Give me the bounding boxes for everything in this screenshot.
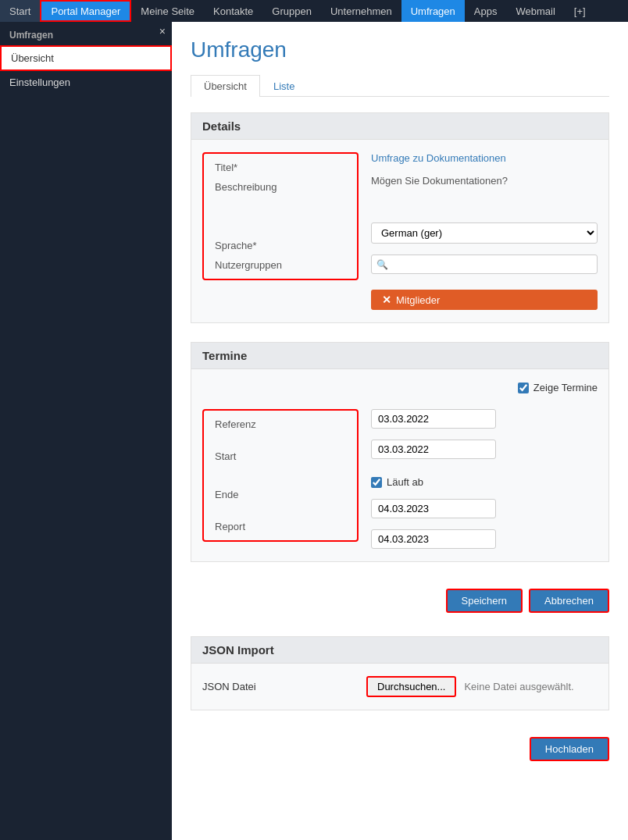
tab-uebersicht[interactable]: Übersicht — [191, 75, 260, 97]
tabs: Übersicht Liste — [191, 75, 609, 97]
laeuft-ab-label: Läuft ab — [387, 476, 423, 488]
termine-flex: Referenz Start Ende Report 03.03.2022 — [202, 409, 598, 549]
nav-webmail[interactable]: Webmail — [506, 0, 564, 22]
report-label: Report — [215, 521, 346, 532]
sidebar-close-icon[interactable]: × — [159, 25, 166, 37]
beschreibung-value: Mögen Sie Dokumentationen? — [371, 172, 508, 187]
nutzergruppen-label: Nutzergruppen — [215, 259, 346, 271]
top-navigation: Start Portal Manager Meine Seite Kontakt… — [0, 0, 628, 22]
termine-section-header: Termine — [191, 343, 608, 369]
mitglieder-button[interactable]: ✕ Mitglieder — [371, 290, 598, 310]
no-file-text: Keine Datei ausgewählt. — [464, 681, 573, 692]
nutzergruppen-search-wrap: 🔍 — [371, 254, 598, 274]
termine-section: Termine Zeige Termine Referenz Start End… — [191, 342, 609, 562]
zeige-termine-row: Zeige Termine — [518, 382, 598, 393]
start-label: Start — [215, 450, 346, 462]
mitglieder-x-icon: ✕ — [382, 294, 391, 306]
json-import-header: JSON Import — [191, 637, 608, 664]
nav-meine-seite[interactable]: Meine Seite — [131, 0, 204, 22]
sidebar: × Umfragen Übersicht Einstellungen — [0, 22, 172, 840]
report-input[interactable]: 04.03.2023 — [371, 529, 496, 549]
details-section: Details Titel* Beschreibung Sprache* Nut… — [191, 112, 609, 323]
termine-section-body: Zeige Termine Referenz Start Ende Report — [191, 369, 608, 561]
termine-values-col: 03.03.2022 03.03.2022 Läuft ab — [359, 409, 598, 549]
details-values-col: Umfrage zu Dokumentationen Mögen Sie Dok… — [371, 152, 598, 310]
details-section-body: Titel* Beschreibung Sprache* Nutzergrupp… — [191, 140, 608, 322]
nav-gruppen[interactable]: Gruppen — [262, 0, 321, 22]
referenz-input[interactable]: 03.03.2022 — [371, 409, 496, 429]
nav-portal-manager[interactable]: Portal Manager — [40, 0, 131, 22]
laeuft-ab-checkbox[interactable] — [371, 477, 382, 488]
sprache-select[interactable]: German (ger) English (en) French (fr) — [371, 222, 598, 244]
abbrechen-button[interactable]: Abbrechen — [529, 589, 609, 613]
action-buttons-row: Speichern Abbrechen — [191, 581, 609, 621]
json-import-section: JSON Import JSON Datei Durchsuchen... Ke… — [191, 636, 609, 710]
sidebar-item-uebersicht[interactable]: Übersicht — [0, 45, 172, 71]
titel-value: Umfrage zu Dokumentationen — [371, 152, 506, 164]
search-icon: 🔍 — [376, 259, 388, 270]
referenz-label: Referenz — [215, 418, 346, 430]
page-title: Umfragen — [191, 37, 609, 62]
browse-button[interactable]: Durchsuchen... — [366, 676, 456, 697]
start-input[interactable]: 03.03.2022 — [371, 440, 496, 459]
ende-input[interactable]: 04.03.2023 — [371, 499, 496, 518]
main-layout: × Umfragen Übersicht Einstellungen Umfra… — [0, 22, 628, 840]
details-section-header: Details — [191, 113, 608, 140]
speichern-button[interactable]: Speichern — [446, 589, 523, 613]
sprache-label: Sprache* — [215, 240, 346, 251]
laeuft-ab-row: Läuft ab — [371, 476, 598, 488]
hochladen-button[interactable]: Hochladen — [530, 737, 609, 761]
zeige-termine-label: Zeige Termine — [533, 382, 598, 393]
nav-plus[interactable]: [+] — [565, 0, 595, 22]
titel-label: Titel* — [215, 162, 346, 173]
beschreibung-label: Beschreibung — [215, 181, 346, 193]
main-content: Umfragen Übersicht Liste Details Titel* … — [172, 22, 628, 840]
nav-start[interactable]: Start — [0, 0, 40, 22]
nutzergruppen-search-input[interactable] — [371, 254, 598, 274]
nav-unternehmen[interactable]: Unternehmen — [321, 0, 401, 22]
termine-labels-box: Referenz Start Ende Report — [202, 409, 359, 542]
sidebar-section-title: Umfragen — [0, 22, 172, 45]
sidebar-item-einstellungen[interactable]: Einstellungen — [0, 71, 172, 94]
json-import-body: JSON Datei Durchsuchen... Keine Datei au… — [191, 664, 608, 710]
ende-label: Ende — [215, 489, 346, 500]
zeige-termine-checkbox[interactable] — [518, 383, 529, 393]
nav-kontakte[interactable]: Kontakte — [204, 0, 262, 22]
tab-liste[interactable]: Liste — [260, 75, 308, 97]
json-datei-label: JSON Datei — [202, 681, 359, 692]
details-labels-box: Titel* Beschreibung Sprache* Nutzergrupp… — [202, 152, 359, 280]
nav-umfragen[interactable]: Umfragen — [401, 0, 465, 22]
mitglieder-label: Mitglieder — [396, 294, 440, 306]
nav-apps[interactable]: Apps — [465, 0, 507, 22]
json-datei-row: JSON Datei Durchsuchen... Keine Datei au… — [202, 676, 598, 697]
upload-wrap: Hochladen — [191, 729, 609, 769]
